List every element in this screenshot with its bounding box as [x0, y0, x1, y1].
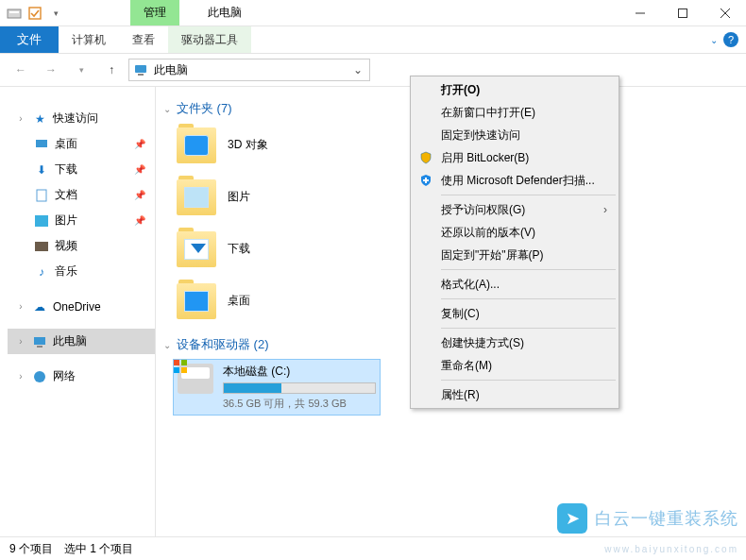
ctx-pin-start[interactable]: 固定到"开始"屏幕(P)	[413, 244, 617, 266]
sidebar-quick-access[interactable]: › ★ 快速访问	[8, 106, 155, 131]
sidebar-item-label: 文档	[55, 187, 77, 203]
watermark-url: www.baiyunxitong.com	[604, 544, 738, 554]
sidebar-onedrive[interactable]: › ☁ OneDrive	[8, 294, 155, 319]
ctx-copy[interactable]: 复制(C)	[413, 302, 617, 325]
svg-rect-0	[8, 9, 21, 18]
svg-rect-16	[174, 360, 179, 365]
ribbon-tab-computer[interactable]: 计算机	[59, 26, 119, 53]
qat-item[interactable]	[26, 5, 43, 22]
sidebar-item-label: 网络	[53, 368, 76, 384]
sidebar-this-pc[interactable]: › 此电脑	[8, 329, 155, 354]
ribbon-tab-view[interactable]: 查看	[119, 26, 168, 53]
chevron-right-icon[interactable]: ›	[15, 336, 26, 347]
ctx-grant-access[interactable]: 授予访问权限(G)›	[413, 198, 617, 221]
folder-icon	[177, 127, 216, 163]
chevron-right-icon: ›	[603, 203, 607, 216]
sidebar-item-label: 下载	[55, 161, 77, 178]
chevron-right-icon[interactable]: ›	[15, 371, 26, 382]
folder-label: 3D 对象	[228, 137, 268, 153]
ctx-pin-quick-access[interactable]: 固定到快速访问	[413, 124, 617, 146]
sidebar-item-documents[interactable]: 文档 📌	[8, 182, 155, 208]
back-button[interactable]: ←	[8, 59, 34, 81]
drive-local-c[interactable]: 本地磁盘 (C:) 36.5 GB 可用，共 59.3 GB	[173, 359, 381, 416]
sidebar-item-videos[interactable]: 视频	[8, 233, 155, 259]
chevron-down-icon[interactable]: ⌄	[163, 104, 171, 114]
sidebar-item-pictures[interactable]: 图片 📌	[8, 208, 155, 233]
sidebar-item-label: 快速访问	[53, 110, 98, 127]
videos-icon	[34, 239, 49, 254]
context-menu: 打开(O) 在新窗口中打开(E) 固定到快速访问 启用 BitLocker(B)…	[410, 76, 619, 409]
pin-icon: 📌	[134, 190, 145, 200]
watermark: ➤ 白云一键重装系统	[557, 503, 738, 534]
up-button[interactable]: ↑	[98, 59, 125, 81]
ctx-bitlocker[interactable]: 启用 BitLocker(B)	[413, 146, 617, 169]
folder-icon	[177, 231, 216, 267]
group-header-label: 文件夹 (7)	[177, 100, 232, 117]
chevron-down-icon[interactable]: ⌄	[163, 340, 171, 350]
svg-rect-11	[35, 215, 48, 227]
status-item-count: 9 个项目	[9, 541, 53, 557]
svg-rect-4	[678, 8, 687, 17]
sidebar-item-label: 视频	[55, 238, 77, 254]
network-icon	[32, 369, 47, 384]
svg-rect-8	[138, 74, 144, 76]
drive-subtitle: 36.5 GB 可用，共 59.3 GB	[223, 397, 376, 411]
folder-label: 桌面	[228, 293, 250, 309]
sidebar-item-music[interactable]: ♪ 音乐	[8, 259, 155, 284]
minimize-button[interactable]	[619, 0, 661, 26]
ctx-restore-previous[interactable]: 还原以前的版本(V)	[413, 221, 617, 244]
sidebar-item-label: 图片	[55, 212, 77, 229]
sidebar-network[interactable]: › 网络	[8, 364, 155, 389]
ctx-format[interactable]: 格式化(A)...	[413, 273, 617, 296]
chevron-right-icon[interactable]: ›	[15, 301, 26, 312]
folder-icon	[177, 283, 216, 319]
svg-rect-1	[9, 11, 19, 13]
folder-label: 图片	[228, 189, 250, 205]
svg-rect-17	[181, 360, 187, 365]
close-button[interactable]	[704, 0, 746, 26]
address-dropdown-icon[interactable]: ⌄	[350, 63, 365, 76]
drive-icon	[178, 364, 213, 394]
ctx-open-new-window[interactable]: 在新窗口中打开(E)	[413, 101, 617, 124]
ribbon-file-tab[interactable]: 文件	[0, 26, 59, 53]
ribbon-tab-drive-tools[interactable]: 驱动器工具	[168, 26, 251, 53]
svg-rect-19	[181, 367, 187, 373]
cloud-icon: ☁	[32, 299, 47, 314]
pin-icon: 📌	[134, 164, 145, 175]
ctx-properties[interactable]: 属性(R)	[413, 383, 617, 406]
address-text: 此电脑	[154, 62, 350, 78]
drive-capacity-bar	[223, 382, 376, 394]
svg-rect-21	[423, 179, 429, 181]
forward-button[interactable]: →	[38, 59, 64, 81]
navigation-bar: ← → ▾ ↑ 此电脑 ⌄	[0, 54, 746, 87]
ribbon-collapse-icon[interactable]: ⌄	[710, 35, 718, 45]
shield-icon	[418, 150, 433, 165]
desktop-icon	[34, 137, 49, 152]
recent-locations-button[interactable]: ▾	[68, 59, 94, 81]
separator	[441, 380, 616, 381]
app-icon	[6, 5, 23, 22]
svg-rect-12	[35, 242, 48, 251]
pictures-icon	[34, 213, 49, 229]
window-title: 此电脑	[208, 5, 242, 21]
ctx-rename[interactable]: 重命名(M)	[413, 354, 617, 377]
ctx-create-shortcut[interactable]: 创建快捷方式(S)	[413, 331, 617, 354]
qat-dropdown[interactable]: ▾	[47, 5, 64, 22]
maximize-button[interactable]	[661, 0, 704, 26]
separator	[441, 328, 616, 329]
separator	[441, 195, 616, 195]
chevron-right-icon[interactable]: ›	[15, 113, 26, 124]
sidebar-item-downloads[interactable]: ⬇ 下载 📌	[8, 157, 155, 182]
separator	[441, 298, 616, 299]
folder-label: 下载	[228, 241, 250, 257]
ctx-defender-scan[interactable]: 使用 Microsoft Defender扫描...	[413, 169, 617, 192]
status-selected-count: 选中 1 个项目	[64, 541, 133, 557]
sidebar-item-desktop[interactable]: 桌面 📌	[8, 131, 155, 157]
navigation-pane: › ★ 快速访问 桌面 📌 ⬇ 下载 📌 文档 📌 图片	[0, 87, 156, 536]
ctx-open[interactable]: 打开(O)	[413, 78, 617, 101]
contextual-tab-manage[interactable]: 管理	[130, 0, 179, 25]
svg-rect-2	[29, 8, 41, 19]
address-bar[interactable]: 此电脑 ⌄	[128, 59, 370, 81]
help-icon[interactable]: ?	[723, 32, 738, 47]
quick-access-toolbar: ▾	[0, 5, 64, 22]
